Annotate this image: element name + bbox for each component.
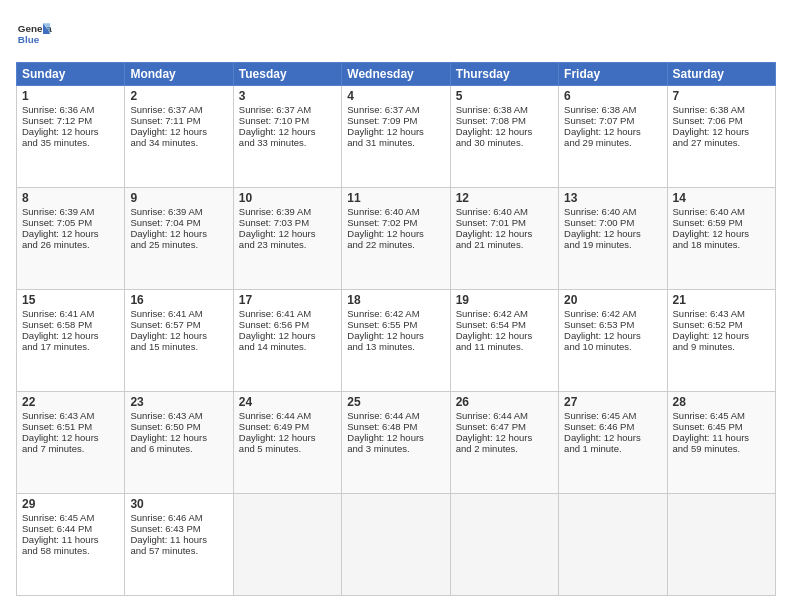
day-cell-1: 1Sunrise: 6:36 AMSunset: 7:12 PMDaylight… xyxy=(17,86,125,188)
day-info-line-3: Daylight: 12 hours xyxy=(347,330,444,341)
day-info-line-2: Sunset: 6:54 PM xyxy=(456,319,553,330)
day-info-line-3: Daylight: 12 hours xyxy=(673,126,770,137)
day-info-line-2: Sunset: 6:56 PM xyxy=(239,319,336,330)
day-number: 8 xyxy=(22,191,119,205)
day-info-line-2: Sunset: 6:45 PM xyxy=(673,421,770,432)
col-header-wednesday: Wednesday xyxy=(342,63,450,86)
day-cell-12: 12Sunrise: 6:40 AMSunset: 7:01 PMDayligh… xyxy=(450,188,558,290)
day-info-line-1: Sunrise: 6:42 AM xyxy=(347,308,444,319)
day-info-line-4: and 19 minutes. xyxy=(564,239,661,250)
day-info-line-4: and 6 minutes. xyxy=(130,443,227,454)
day-info-line-1: Sunrise: 6:45 AM xyxy=(673,410,770,421)
day-info-line-1: Sunrise: 6:42 AM xyxy=(456,308,553,319)
day-cell-13: 13Sunrise: 6:40 AMSunset: 7:00 PMDayligh… xyxy=(559,188,667,290)
day-info-line-1: Sunrise: 6:43 AM xyxy=(130,410,227,421)
day-number: 22 xyxy=(22,395,119,409)
day-info-line-2: Sunset: 7:01 PM xyxy=(456,217,553,228)
day-info-line-3: Daylight: 12 hours xyxy=(130,432,227,443)
day-info-line-4: and 15 minutes. xyxy=(130,341,227,352)
day-number: 23 xyxy=(130,395,227,409)
day-info-line-1: Sunrise: 6:39 AM xyxy=(239,206,336,217)
day-number: 3 xyxy=(239,89,336,103)
day-number: 11 xyxy=(347,191,444,205)
day-info-line-2: Sunset: 6:50 PM xyxy=(130,421,227,432)
calendar-week-1: 1Sunrise: 6:36 AMSunset: 7:12 PMDaylight… xyxy=(17,86,776,188)
empty-cell xyxy=(559,494,667,596)
day-info-line-2: Sunset: 7:06 PM xyxy=(673,115,770,126)
col-header-monday: Monday xyxy=(125,63,233,86)
day-info-line-3: Daylight: 12 hours xyxy=(22,228,119,239)
day-info-line-1: Sunrise: 6:44 AM xyxy=(239,410,336,421)
day-info-line-4: and 22 minutes. xyxy=(347,239,444,250)
day-number: 10 xyxy=(239,191,336,205)
day-info-line-4: and 25 minutes. xyxy=(130,239,227,250)
day-info-line-4: and 3 minutes. xyxy=(347,443,444,454)
day-info-line-3: Daylight: 12 hours xyxy=(564,432,661,443)
day-number: 24 xyxy=(239,395,336,409)
day-number: 2 xyxy=(130,89,227,103)
day-info-line-4: and 17 minutes. xyxy=(22,341,119,352)
col-header-saturday: Saturday xyxy=(667,63,775,86)
page: General Blue SundayMondayTuesdayWednesda… xyxy=(0,0,792,612)
day-info-line-1: Sunrise: 6:45 AM xyxy=(564,410,661,421)
calendar-week-3: 15Sunrise: 6:41 AMSunset: 6:58 PMDayligh… xyxy=(17,290,776,392)
day-info-line-4: and 23 minutes. xyxy=(239,239,336,250)
day-cell-26: 26Sunrise: 6:44 AMSunset: 6:47 PMDayligh… xyxy=(450,392,558,494)
day-cell-18: 18Sunrise: 6:42 AMSunset: 6:55 PMDayligh… xyxy=(342,290,450,392)
day-info-line-4: and 7 minutes. xyxy=(22,443,119,454)
col-header-tuesday: Tuesday xyxy=(233,63,341,86)
day-info-line-2: Sunset: 7:05 PM xyxy=(22,217,119,228)
day-cell-23: 23Sunrise: 6:43 AMSunset: 6:50 PMDayligh… xyxy=(125,392,233,494)
day-cell-5: 5Sunrise: 6:38 AMSunset: 7:08 PMDaylight… xyxy=(450,86,558,188)
svg-text:Blue: Blue xyxy=(18,34,40,45)
day-info-line-1: Sunrise: 6:40 AM xyxy=(456,206,553,217)
col-header-thursday: Thursday xyxy=(450,63,558,86)
day-info-line-4: and 30 minutes. xyxy=(456,137,553,148)
day-cell-25: 25Sunrise: 6:44 AMSunset: 6:48 PMDayligh… xyxy=(342,392,450,494)
day-cell-29: 29Sunrise: 6:45 AMSunset: 6:44 PMDayligh… xyxy=(17,494,125,596)
day-info-line-1: Sunrise: 6:41 AM xyxy=(239,308,336,319)
day-number: 20 xyxy=(564,293,661,307)
day-info-line-2: Sunset: 6:58 PM xyxy=(22,319,119,330)
day-cell-8: 8Sunrise: 6:39 AMSunset: 7:05 PMDaylight… xyxy=(17,188,125,290)
day-info-line-3: Daylight: 12 hours xyxy=(564,330,661,341)
day-number: 21 xyxy=(673,293,770,307)
day-info-line-4: and 11 minutes. xyxy=(456,341,553,352)
logo-icon: General Blue xyxy=(16,16,52,52)
day-info-line-3: Daylight: 11 hours xyxy=(22,534,119,545)
day-info-line-2: Sunset: 6:57 PM xyxy=(130,319,227,330)
day-info-line-2: Sunset: 6:47 PM xyxy=(456,421,553,432)
day-info-line-2: Sunset: 6:53 PM xyxy=(564,319,661,330)
day-number: 1 xyxy=(22,89,119,103)
day-cell-17: 17Sunrise: 6:41 AMSunset: 6:56 PMDayligh… xyxy=(233,290,341,392)
day-info-line-4: and 33 minutes. xyxy=(239,137,336,148)
day-info-line-2: Sunset: 6:52 PM xyxy=(673,319,770,330)
day-info-line-4: and 58 minutes. xyxy=(22,545,119,556)
day-cell-30: 30Sunrise: 6:46 AMSunset: 6:43 PMDayligh… xyxy=(125,494,233,596)
day-cell-22: 22Sunrise: 6:43 AMSunset: 6:51 PMDayligh… xyxy=(17,392,125,494)
empty-cell xyxy=(342,494,450,596)
day-cell-10: 10Sunrise: 6:39 AMSunset: 7:03 PMDayligh… xyxy=(233,188,341,290)
day-number: 15 xyxy=(22,293,119,307)
calendar-table: SundayMondayTuesdayWednesdayThursdayFrid… xyxy=(16,62,776,596)
day-info-line-3: Daylight: 12 hours xyxy=(239,330,336,341)
day-info-line-1: Sunrise: 6:43 AM xyxy=(673,308,770,319)
day-cell-9: 9Sunrise: 6:39 AMSunset: 7:04 PMDaylight… xyxy=(125,188,233,290)
day-info-line-1: Sunrise: 6:38 AM xyxy=(673,104,770,115)
day-info-line-3: Daylight: 12 hours xyxy=(456,330,553,341)
day-info-line-1: Sunrise: 6:42 AM xyxy=(564,308,661,319)
day-info-line-2: Sunset: 6:59 PM xyxy=(673,217,770,228)
day-number: 17 xyxy=(239,293,336,307)
calendar-week-4: 22Sunrise: 6:43 AMSunset: 6:51 PMDayligh… xyxy=(17,392,776,494)
day-info-line-1: Sunrise: 6:43 AM xyxy=(22,410,119,421)
day-info-line-1: Sunrise: 6:44 AM xyxy=(456,410,553,421)
day-info-line-1: Sunrise: 6:37 AM xyxy=(347,104,444,115)
day-number: 30 xyxy=(130,497,227,511)
day-number: 5 xyxy=(456,89,553,103)
day-number: 18 xyxy=(347,293,444,307)
day-cell-14: 14Sunrise: 6:40 AMSunset: 6:59 PMDayligh… xyxy=(667,188,775,290)
day-info-line-3: Daylight: 12 hours xyxy=(347,126,444,137)
day-info-line-3: Daylight: 12 hours xyxy=(130,228,227,239)
day-info-line-4: and 35 minutes. xyxy=(22,137,119,148)
day-cell-27: 27Sunrise: 6:45 AMSunset: 6:46 PMDayligh… xyxy=(559,392,667,494)
